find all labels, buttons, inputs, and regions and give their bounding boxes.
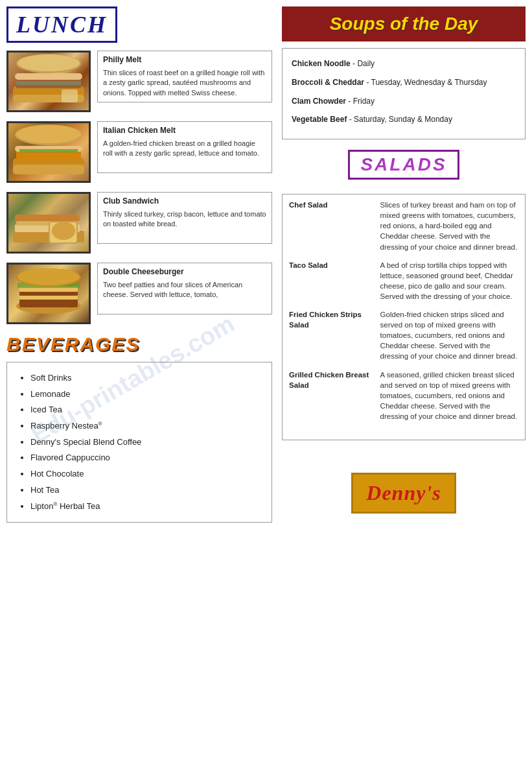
salad-name-chef: Chef Salad <box>284 196 375 255</box>
lunch-title-box: LUNCH <box>6 6 117 43</box>
burger-name: Double Cheeseburger <box>103 267 266 276</box>
food-items-list: Philly Melt Thin slices of roast beef on… <box>6 51 272 324</box>
svg-rect-18 <box>15 215 80 221</box>
svg-rect-14 <box>19 149 78 152</box>
italian-desc-box: Italian Chicken Melt A golden-fried chic… <box>97 121 272 173</box>
list-item: Lipton® Herbal Tea <box>30 499 261 515</box>
philly-image <box>8 53 89 110</box>
food-item-burger: Double Cheeseburger Two beef patties and… <box>6 263 272 324</box>
club-description: Thinly sliced turkey, crisp bacon, lettu… <box>103 210 266 228</box>
soup-name-chicken: Chicken Noodle <box>292 59 351 68</box>
svg-rect-23 <box>19 298 78 307</box>
salad-name-grilled-chicken: Grilled Chicken Breast Salad <box>284 366 375 425</box>
list-item: Lemonade <box>30 386 261 403</box>
beverages-box: Soft Drinks Lemonade Iced Tea Raspberry … <box>6 362 272 523</box>
salad-desc-grilled-chicken: A seasoned, grilled chicken breast slice… <box>375 366 524 425</box>
philly-name: Philly Melt <box>103 55 266 64</box>
food-photo-italian <box>6 121 91 183</box>
svg-rect-7 <box>62 89 78 102</box>
list-item: Denny's Special Blend Coffee <box>30 434 261 451</box>
left-column: LUNCH <box>6 6 279 752</box>
salad-name-taco: Taco Salad <box>284 256 375 305</box>
soup-item-broccoli: Broccoli & Cheddar - Tuesday, Wednesday … <box>292 75 516 90</box>
beverages-section-header: BEVERAGES <box>6 333 272 355</box>
list-item: Flavored Cappuccino <box>30 450 261 466</box>
food-item-club: Club Sandwich Thinly sliced turkey, cris… <box>6 192 272 254</box>
italian-image <box>8 123 89 181</box>
svg-rect-11 <box>13 165 84 174</box>
soup-name-broccoli: Broccoli & Cheddar <box>292 78 364 87</box>
salad-desc-fried-chicken: Golden-fried chicken strips sliced and s… <box>375 305 524 365</box>
salads-border-box: Chef Salad Slices of turkey breast and h… <box>282 194 526 440</box>
dennys-logo-box: Denny's <box>351 473 456 514</box>
right-column: Soups of the Day Chicken Noodle - Daily … <box>279 6 526 752</box>
table-row: Chef Salad Slices of turkey breast and h… <box>284 196 524 255</box>
burger-desc-box: Double Cheeseburger Two beef patties and… <box>97 263 272 314</box>
list-item: Iced Tea <box>30 402 261 418</box>
italian-name: Italian Chicken Melt <box>103 126 266 135</box>
soup-item-clam: Clam Chowder - Friday <box>292 94 516 109</box>
salads-header-text: SALADS <box>360 154 446 174</box>
food-item-philly: Philly Melt Thin slices of roast beef on… <box>6 51 272 112</box>
soup-schedule-chicken: - Daily <box>353 59 375 68</box>
list-item: Hot Chocolate <box>30 466 261 482</box>
soup-item-vegetable: Vegetable Beef - Saturday, Sunday & Mond… <box>292 112 516 127</box>
salad-name-fried-chicken: Fried Chicken Strips Salad <box>284 305 375 365</box>
soup-name-vegetable: Vegetable Beef <box>292 115 347 124</box>
italian-description: A golden-fried chicken breast on a grill… <box>103 139 259 157</box>
salads-header-container: SALADS <box>282 150 526 187</box>
soup-schedule-broccoli: - Tuesday, Wednesday & Thursday <box>366 78 487 87</box>
registered-mark-lipton: ® <box>53 501 57 506</box>
list-item: Soft Drinks <box>30 370 261 386</box>
club-desc-box: Club Sandwich Thinly sliced turkey, cris… <box>97 192 272 244</box>
burger-description: Two beef patties and four slices of Amer… <box>103 281 242 298</box>
svg-rect-2 <box>15 73 82 80</box>
salads-table: Chef Salad Slices of turkey breast and h… <box>284 196 524 425</box>
dennys-logo-text: Denny's <box>366 481 441 504</box>
soup-item-chicken: Chicken Noodle - Daily <box>292 56 516 71</box>
food-item-italian: Italian Chicken Melt A golden-fried chic… <box>6 121 272 183</box>
salad-desc-chef: Slices of turkey breast and ham on top o… <box>375 196 524 255</box>
burger-image <box>8 265 89 322</box>
club-name: Club Sandwich <box>103 196 266 206</box>
table-row: Fried Chicken Strips Salad Golden-fried … <box>284 305 524 365</box>
food-photo-burger <box>6 263 91 324</box>
table-row: Grilled Chicken Breast Salad A seasoned,… <box>284 366 524 425</box>
svg-point-13 <box>16 125 81 143</box>
soups-box: Chicken Noodle - Daily Broccoli & Chedda… <box>282 48 526 139</box>
soup-schedule-clam: - Friday <box>348 97 375 106</box>
list-item: Raspberry Nestea® <box>30 418 261 434</box>
dennys-logo-container: Denny's <box>282 453 526 514</box>
soups-header-box: Soups of the Day <box>282 6 526 41</box>
registered-mark: ® <box>98 421 102 427</box>
philly-description: Thin slices of roast beef on a grilled h… <box>103 69 264 97</box>
table-row: Taco Salad A bed of crisp tortilla chips… <box>284 256 524 305</box>
philly-desc-box: Philly Melt Thin slices of roast beef on… <box>97 51 272 102</box>
svg-point-29 <box>17 268 80 285</box>
svg-rect-3 <box>16 81 81 85</box>
lunch-title-text: LUNCH <box>16 12 108 38</box>
beverages-title-text: BEVERAGES <box>6 333 140 355</box>
soup-name-clam: Clam Chowder <box>292 97 346 106</box>
food-photo-philly <box>6 51 91 112</box>
svg-point-21 <box>52 222 75 240</box>
list-item: Hot Tea <box>30 482 261 499</box>
salad-desc-taco: A bed of crisp tortilla chips topped wit… <box>375 256 524 305</box>
soups-header-text: Soups of the Day <box>330 14 478 34</box>
soup-schedule-vegetable: - Saturday, Sunday & Monday <box>349 115 452 124</box>
food-photo-club <box>6 192 91 254</box>
svg-point-6 <box>17 54 80 71</box>
club-image <box>8 194 89 252</box>
beverages-list: Soft Drinks Lemonade Iced Tea Raspberry … <box>17 370 261 514</box>
salads-header-box: SALADS <box>348 150 459 180</box>
